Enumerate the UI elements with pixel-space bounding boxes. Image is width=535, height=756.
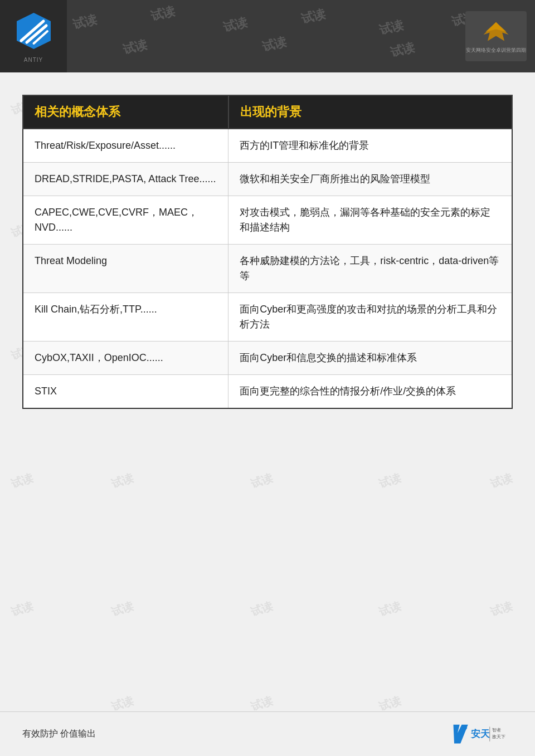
svg-text:敌天下: 敌天下	[492, 734, 505, 739]
main-content: 相关的概念体系 出现的背景 Threat/Risk/Exposure/Asset…	[0, 72, 535, 426]
table-row: CybOX,TAXII，OpenIOC......面向Cyber和信息交换的描述…	[23, 342, 512, 375]
table-row: STIX面向更完整的综合性的情报分析/作业/交换的体系	[23, 375, 512, 409]
svg-text:安天: 安天	[470, 728, 490, 739]
body-watermark-22: 试读	[249, 598, 275, 620]
table-cell-left-4: Kill Chain,钻石分析,TTP......	[23, 293, 228, 342]
header-watermark-3: 试读	[221, 14, 249, 36]
col2-header: 出现的背景	[228, 95, 512, 129]
table-cell-right-5: 面向Cyber和信息交换的描述和标准体系	[228, 342, 512, 375]
body-watermark-17: 试读	[249, 470, 275, 492]
table-cell-right-6: 面向更完整的综合性的情报分析/作业/交换的体系	[228, 375, 512, 409]
table-cell-right-2: 对攻击模式，脆弱点，漏洞等各种基础的安全元素的标定和描述结构	[228, 196, 512, 245]
table-cell-right-3: 各种威胁建模的方法论，工具，risk-centric，data-driven等等	[228, 245, 512, 293]
header-watermark-5: 试读	[377, 17, 405, 39]
table-cell-left-6: STIX	[23, 375, 228, 409]
header-watermark-area: 试读 试读 试读 试读 试读 试读 试读 试读 试读	[67, 0, 465, 72]
logo-icon	[13, 10, 55, 54]
table-cell-right-0: 西方的IT管理和标准化的背景	[228, 129, 512, 163]
footer-left-text: 有效防护 价值输出	[22, 728, 96, 740]
logo-area: ANTIY	[0, 0, 67, 72]
svg-marker-6	[454, 725, 468, 744]
header-watermark-2: 试读	[149, 3, 177, 25]
body-watermark-19: 试读	[489, 470, 515, 492]
concept-table: 相关的概念体系 出现的背景 Threat/Risk/Exposure/Asset…	[22, 95, 513, 409]
header-watermark-6: 试读	[450, 8, 465, 31]
header-watermark-9: 试读	[388, 39, 416, 61]
table-cell-left-3: Threat Modeling	[23, 245, 228, 293]
body-watermark-21: 试读	[110, 598, 136, 620]
svg-text:智者: 智者	[492, 728, 501, 733]
header: ANTIY 试读 试读 试读 试读 试读 试读 试读 试读 试读 安天网络安全卓…	[0, 0, 535, 72]
table-cell-right-1: 微软和相关安全厂商所推出的风险管理模型	[228, 163, 512, 196]
body-watermark-18: 试读	[377, 470, 403, 492]
header-watermark-4: 试读	[299, 6, 327, 28]
header-watermark-7: 试读	[121, 36, 149, 58]
table-cell-right-4: 面向Cyber和更高强度的攻击和对抗的场景的分析工具和分析方法	[228, 293, 512, 342]
body-watermark-20: 试读	[9, 598, 36, 620]
table-row: Threat Modeling各种威胁建模的方法论，工具，risk-centri…	[23, 245, 512, 293]
header-right-logo: 安天网络安全卓训营第四期	[465, 11, 527, 61]
footer-logo: 安天 智者 敌天下	[446, 721, 513, 747]
table-cell-left-1: DREAD,STRIDE,PASTA, Attack Tree......	[23, 163, 228, 196]
table-cell-left-0: Threat/Risk/Exposure/Asset......	[23, 129, 228, 163]
right-logo-icon	[466, 19, 526, 45]
header-subtitle: 安天网络安全卓训营第四期	[466, 47, 526, 54]
table-row: DREAD,STRIDE,PASTA, Attack Tree......微软和…	[23, 163, 512, 196]
body-watermark-15: 试读	[9, 470, 36, 492]
body-watermark-24: 试读	[489, 598, 515, 620]
header-watermark-1: 试读	[71, 11, 99, 33]
table-row: Threat/Risk/Exposure/Asset......西方的IT管理和…	[23, 129, 512, 163]
body-watermark-23: 试读	[377, 598, 403, 620]
col1-header: 相关的概念体系	[23, 95, 228, 129]
header-watermark-8: 试读	[260, 33, 288, 56]
footer: 有效防护 价值输出 安天 智者 敌天下	[0, 711, 535, 756]
table-row: CAPEC,CWE,CVE,CVRF，MAEC，NVD......对攻击模式，脆…	[23, 196, 512, 245]
table-row: Kill Chain,钻石分析,TTP......面向Cyber和更高强度的攻击…	[23, 293, 512, 342]
body-watermark-16: 试读	[110, 470, 136, 492]
logo-text: ANTIY	[24, 57, 43, 63]
table-cell-left-2: CAPEC,CWE,CVE,CVRF，MAEC，NVD......	[23, 196, 228, 245]
table-cell-left-5: CybOX,TAXII，OpenIOC......	[23, 342, 228, 375]
